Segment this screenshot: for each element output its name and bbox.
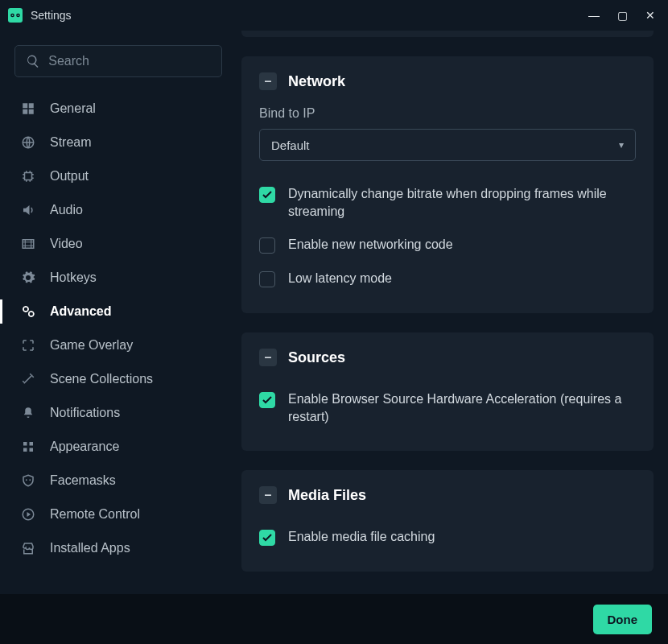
checkbox-label: Enable Browser Source Hardware Accelerat… bbox=[288, 390, 636, 425]
window-title: Settings bbox=[31, 9, 580, 22]
svg-rect-10 bbox=[23, 240, 34, 249]
checkbox-icon bbox=[259, 271, 275, 287]
play-circle-icon bbox=[19, 507, 37, 522]
main-content: – Network Bind to IP Default ▾ Dynamical… bbox=[230, 31, 668, 594]
sidebar-item-label: Remote Control bbox=[50, 507, 140, 522]
checkbox-browser-hwaccel[interactable]: Enable Browser Source Hardware Accelerat… bbox=[259, 382, 636, 433]
store-icon bbox=[19, 541, 37, 555]
sidebar-item-label: Game Overlay bbox=[50, 338, 133, 353]
sidebar-item-output[interactable]: Output bbox=[14, 161, 222, 192]
maximize-button[interactable]: ▢ bbox=[617, 9, 628, 22]
sidebar: General Stream Output Audio Video Hotkey… bbox=[0, 31, 230, 594]
checkbox-icon bbox=[259, 237, 275, 254]
search-box[interactable] bbox=[14, 45, 222, 77]
checkbox-label: Low latency mode bbox=[288, 270, 392, 287]
bind-ip-select[interactable]: Default ▾ bbox=[259, 129, 636, 161]
checkbox-label: Enable media file caching bbox=[288, 528, 435, 546]
gears-icon bbox=[19, 304, 37, 319]
checkbox-low-latency[interactable]: Low latency mode bbox=[259, 262, 636, 295]
collapse-button[interactable]: – bbox=[259, 349, 277, 366]
film-icon bbox=[19, 237, 37, 251]
sidebar-item-remote-control[interactable]: Remote Control bbox=[14, 499, 222, 530]
sidebar-item-appearance[interactable]: Appearance bbox=[14, 431, 222, 462]
sidebar-item-installed-apps[interactable]: Installed Apps bbox=[14, 533, 222, 564]
close-button[interactable]: ✕ bbox=[645, 9, 655, 22]
sidebar-item-advanced[interactable]: Advanced bbox=[14, 296, 222, 327]
bell-icon bbox=[19, 406, 37, 420]
svg-rect-14 bbox=[30, 442, 34, 446]
volume-icon bbox=[19, 203, 37, 217]
svg-point-17 bbox=[26, 479, 27, 481]
sidebar-item-label: Facemasks bbox=[50, 473, 116, 488]
svg-rect-5 bbox=[29, 103, 34, 108]
svg-point-2 bbox=[12, 14, 14, 16]
minimize-button[interactable]: — bbox=[588, 9, 600, 22]
panel-media-files: – Media Files Enable media file caching bbox=[241, 470, 654, 572]
chip-icon bbox=[19, 169, 37, 184]
sidebar-item-notifications[interactable]: Notifications bbox=[14, 398, 222, 428]
svg-rect-7 bbox=[29, 109, 34, 114]
select-value: Default bbox=[271, 138, 310, 152]
checkbox-dynamic-bitrate[interactable]: Dynamically change bitrate when dropping… bbox=[259, 177, 636, 228]
sidebar-item-label: Advanced bbox=[50, 304, 111, 319]
globe-icon bbox=[19, 135, 37, 150]
sidebar-item-audio[interactable]: Audio bbox=[14, 195, 222, 225]
collapse-button[interactable]: – bbox=[259, 72, 277, 90]
checkbox-label: Dynamically change bitrate when dropping… bbox=[288, 185, 636, 220]
svg-point-11 bbox=[23, 307, 28, 312]
done-button[interactable]: Done bbox=[593, 605, 653, 634]
shield-icon bbox=[19, 473, 37, 488]
panel-title: Sources bbox=[288, 349, 345, 366]
sidebar-item-general[interactable]: General bbox=[14, 93, 222, 124]
checkbox-new-networking[interactable]: Enable new networking code bbox=[259, 228, 636, 262]
previous-panel-edge bbox=[241, 31, 654, 37]
sidebar-item-label: Notifications bbox=[50, 406, 120, 420]
svg-point-18 bbox=[29, 479, 31, 481]
sidebar-item-label: Installed Apps bbox=[50, 541, 130, 555]
svg-rect-6 bbox=[23, 109, 27, 114]
svg-point-3 bbox=[18, 14, 19, 16]
app-icon bbox=[8, 8, 23, 23]
panel-title: Media Files bbox=[288, 487, 366, 504]
sidebar-item-video[interactable]: Video bbox=[14, 229, 222, 259]
bind-ip-label: Bind to IP bbox=[259, 106, 636, 121]
svg-rect-4 bbox=[23, 103, 27, 108]
sidebar-item-label: Audio bbox=[50, 203, 83, 217]
sidebar-item-label: General bbox=[50, 101, 96, 116]
sidebar-item-label: Stream bbox=[50, 135, 92, 150]
checkbox-label: Enable new networking code bbox=[288, 236, 453, 254]
sidebar-item-label: Hotkeys bbox=[50, 270, 97, 285]
search-input[interactable] bbox=[48, 54, 212, 68]
sidebar-item-label: Appearance bbox=[50, 440, 119, 454]
expand-icon bbox=[19, 338, 37, 353]
panel-title: Network bbox=[288, 73, 345, 90]
chevron-down-icon: ▾ bbox=[619, 139, 624, 151]
svg-rect-15 bbox=[23, 448, 27, 452]
checkbox-icon bbox=[259, 530, 275, 546]
svg-rect-13 bbox=[23, 442, 27, 446]
grid-icon bbox=[19, 101, 37, 116]
checkbox-media-caching[interactable]: Enable media file caching bbox=[259, 520, 636, 554]
sidebar-item-label: Scene Collections bbox=[50, 372, 153, 386]
svg-rect-16 bbox=[30, 448, 34, 452]
panel-sources: – Sources Enable Browser Source Hardware… bbox=[241, 332, 654, 451]
svg-point-12 bbox=[29, 312, 34, 316]
swatch-icon bbox=[19, 440, 37, 454]
sidebar-item-label: Output bbox=[50, 169, 89, 184]
checkbox-icon bbox=[259, 187, 275, 203]
sidebar-item-game-overlay[interactable]: Game Overlay bbox=[14, 330, 222, 361]
gear-icon bbox=[19, 270, 37, 285]
wand-icon bbox=[19, 372, 37, 386]
sidebar-item-stream[interactable]: Stream bbox=[14, 127, 222, 158]
svg-rect-9 bbox=[25, 173, 32, 180]
titlebar: Settings — ▢ ✕ bbox=[0, 0, 668, 31]
sidebar-item-facemasks[interactable]: Facemasks bbox=[14, 465, 222, 496]
search-icon bbox=[25, 54, 40, 68]
collapse-button[interactable]: – bbox=[259, 486, 277, 504]
footer: Done bbox=[0, 594, 668, 644]
checkbox-icon bbox=[259, 392, 275, 408]
sidebar-item-scene-collections[interactable]: Scene Collections bbox=[14, 364, 222, 394]
panel-network: – Network Bind to IP Default ▾ Dynamical… bbox=[241, 56, 654, 313]
sidebar-item-hotkeys[interactable]: Hotkeys bbox=[14, 262, 222, 293]
sidebar-item-label: Video bbox=[50, 237, 83, 251]
